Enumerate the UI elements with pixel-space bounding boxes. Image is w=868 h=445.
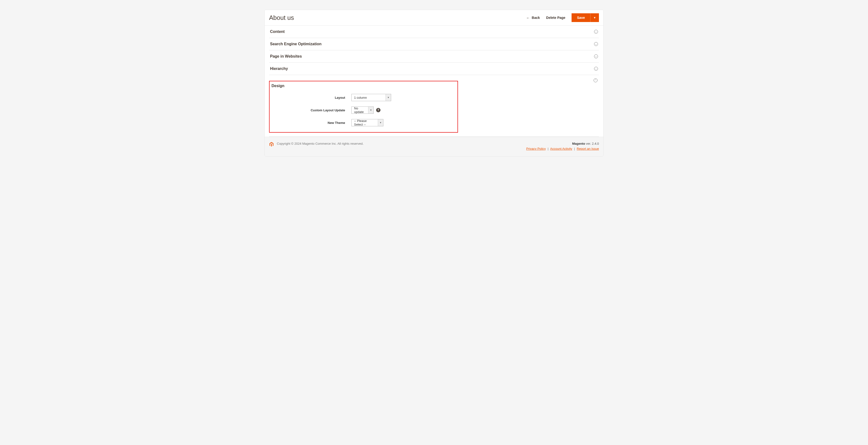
new-theme-label: New Theme	[272, 121, 351, 125]
new-theme-select[interactable]: -- Please Select -- ▼	[351, 119, 383, 126]
section-design: Design Layout 1 column ▼ Custom Layout U…	[269, 77, 599, 137]
section-content[interactable]: Content ⌄	[269, 26, 599, 38]
report-issue-link[interactable]: Report an Issue	[577, 147, 599, 150]
chevron-down-icon: ▼	[368, 107, 373, 113]
help-icon[interactable]: ?	[376, 108, 380, 112]
sections-area: Content ⌄ Search Engine Optimization ⌄ P…	[265, 26, 603, 137]
back-button[interactable]: ← Back	[526, 16, 540, 20]
new-theme-value: -- Please Select --	[352, 119, 378, 126]
section-design-title: Design	[272, 84, 284, 88]
section-seo-title: Search Engine Optimization	[270, 42, 321, 46]
save-dropdown-toggle[interactable]: ▼	[590, 13, 599, 22]
chevron-down-icon: ▼	[385, 94, 391, 101]
chevron-up-icon[interactable]: ⌃	[594, 78, 597, 82]
account-activity-link[interactable]: Account Activity	[550, 147, 572, 150]
field-custom-layout: Custom Layout Update No update ▼ ?	[272, 106, 456, 114]
footer-right: Magento ver. 2.4.0 Privacy Policy | Acco…	[526, 142, 599, 150]
footer-brand: Magento	[572, 142, 585, 145]
magento-logo-icon	[269, 142, 274, 147]
arrow-left-icon: ←	[526, 16, 530, 20]
header-actions: ← Back Delete Page Save ▼	[526, 13, 599, 22]
separator: |	[574, 147, 575, 150]
design-highlight-box: Design Layout 1 column ▼ Custom Layout U…	[269, 81, 458, 133]
chevron-down-icon: ▼	[378, 119, 383, 126]
layout-value: 1 column	[352, 94, 385, 101]
page-footer: Copyright © 2024 Magento Commerce Inc. A…	[265, 137, 603, 156]
back-label: Back	[532, 16, 540, 20]
section-seo[interactable]: Search Engine Optimization ⌄	[269, 38, 599, 50]
privacy-policy-link[interactable]: Privacy Policy	[526, 147, 546, 150]
chevron-down-icon: ⌄	[594, 42, 598, 46]
footer-version: ver. 2.4.0	[585, 142, 599, 145]
chevron-down-icon: ⌄	[594, 67, 598, 71]
layout-select[interactable]: 1 column ▼	[351, 94, 391, 101]
delete-page-button[interactable]: Delete Page	[546, 16, 565, 20]
separator: |	[548, 147, 548, 150]
section-hierarchy[interactable]: Hierarchy ⌄	[269, 63, 599, 75]
save-button[interactable]: Save	[571, 13, 590, 22]
field-new-theme: New Theme -- Please Select -- ▼	[272, 119, 456, 126]
custom-layout-value: No update	[352, 107, 368, 113]
page-title: About us	[269, 14, 526, 22]
custom-layout-select[interactable]: No update ▼	[351, 106, 374, 114]
footer-links: Privacy Policy | Account Activity | Repo…	[526, 147, 599, 150]
section-websites[interactable]: Page in Websites ⌄	[269, 50, 599, 63]
section-hierarchy-title: Hierarchy	[270, 67, 288, 71]
custom-layout-label: Custom Layout Update	[272, 108, 351, 112]
field-layout: Layout 1 column ▼	[272, 94, 456, 101]
chevron-down-icon: ⌄	[594, 55, 598, 58]
chevron-down-icon: ⌄	[594, 30, 598, 34]
page-header: About us ← Back Delete Page Save ▼	[265, 10, 603, 26]
section-design-header[interactable]: Design	[272, 83, 456, 94]
page-container: About us ← Back Delete Page Save ▼ Conte…	[265, 10, 603, 157]
section-content-title: Content	[270, 30, 285, 34]
design-toggle-col: ⌃	[458, 77, 599, 82]
section-websites-title: Page in Websites	[270, 54, 302, 59]
layout-label: Layout	[272, 96, 351, 99]
footer-copyright: Copyright © 2024 Magento Commerce Inc. A…	[277, 142, 523, 145]
save-button-group: Save ▼	[571, 13, 599, 22]
